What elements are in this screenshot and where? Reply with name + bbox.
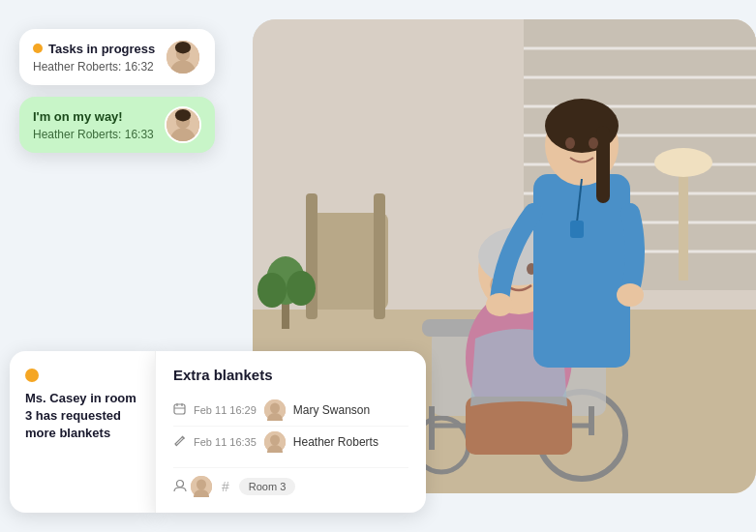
sender-name-2: Heather Roberts — [33, 128, 118, 141]
svg-rect-29 — [466, 397, 572, 455]
sender-time-2: 16:33 — [125, 128, 154, 141]
edit-icon-1 — [173, 434, 186, 450]
calendar-icon-1 — [173, 402, 186, 418]
room-tag: Room 3 — [239, 478, 296, 495]
chat-bubble-tasks: Tasks in progress Heather Roberts: 16:32 — [19, 29, 215, 85]
task-date-1: Feb 11 16:29 — [194, 404, 257, 416]
svg-point-57 — [270, 403, 280, 414]
bubble-subtitle-1: Heather Roberts: 16:32 — [33, 60, 155, 74]
hash-icon: # — [222, 479, 229, 494]
sender-name-1: Heather Roberts — [33, 60, 118, 74]
task-date-2: Feb 11 16:35 — [194, 436, 257, 448]
chat-bubble-message: I'm on my way! Heather Roberts: 16:33 — [19, 97, 215, 153]
svg-point-38 — [565, 137, 575, 149]
bottom-panel: Ms. Casey in room 3 has requested more b… — [10, 351, 426, 513]
person-icon — [173, 479, 187, 495]
notification-dot — [25, 369, 39, 382]
svg-rect-41 — [570, 221, 584, 238]
svg-point-63 — [177, 480, 184, 487]
svg-rect-34 — [533, 174, 630, 368]
svg-point-39 — [589, 137, 598, 149]
person-avatar-1 — [264, 399, 286, 421]
task-row-2: Feb 11 16:35 Heather Roberts — [173, 426, 408, 458]
person-name-2: Heather Roberts — [293, 435, 378, 449]
sender-time-1: 16:32 — [125, 60, 154, 74]
svg-point-65 — [197, 480, 206, 490]
status-dot-yellow — [33, 44, 43, 53]
svg-point-19 — [257, 273, 287, 308]
svg-rect-37 — [596, 126, 610, 203]
bubble-header-1: Tasks in progress — [33, 42, 155, 56]
task-card-title: Extra blankets — [173, 367, 408, 383]
task-row-1: Feb 11 16:29 Mary Swanson — [173, 395, 408, 426]
avatar-1 — [165, 39, 201, 75]
svg-point-51 — [175, 109, 191, 122]
svg-point-43 — [617, 283, 644, 307]
bubble-title-1: Tasks in progress — [48, 42, 155, 56]
notification-text: Ms. Casey in room 3 has requested more b… — [25, 390, 139, 443]
svg-point-20 — [287, 271, 316, 306]
footer-avatar — [191, 476, 212, 497]
bubble-content-1: Tasks in progress Heather Roberts: 16:32 — [33, 42, 155, 74]
svg-point-42 — [486, 293, 513, 316]
svg-point-47 — [175, 42, 191, 54]
bubble-subtitle-2: Heather Roberts: 16:33 — [33, 128, 155, 141]
svg-rect-15 — [679, 164, 688, 281]
bubble-header-2: I'm on my way! — [33, 109, 155, 124]
footer-person-group — [173, 476, 212, 497]
svg-rect-14 — [374, 193, 385, 319]
notification-card: Ms. Casey in room 3 has requested more b… — [10, 351, 155, 513]
main-scene: Tasks in progress Heather Roberts: 16:32 — [0, 0, 756, 532]
person-name-1: Mary Swanson — [293, 403, 370, 417]
task-footer: # Room 3 — [173, 467, 408, 497]
person-avatar-2 — [264, 431, 286, 453]
avatar-2 — [165, 106, 201, 143]
bubble-message-text: I'm on my way! — [33, 109, 123, 124]
chat-container: Tasks in progress Heather Roberts: 16:32 — [19, 29, 215, 153]
svg-point-61 — [270, 435, 280, 446]
bubble-content-2: I'm on my way! Heather Roberts: 16:33 — [33, 109, 155, 141]
svg-point-16 — [654, 148, 712, 177]
task-card: Extra blankets Feb 11 16:29 — [155, 351, 426, 513]
svg-rect-52 — [174, 404, 185, 414]
